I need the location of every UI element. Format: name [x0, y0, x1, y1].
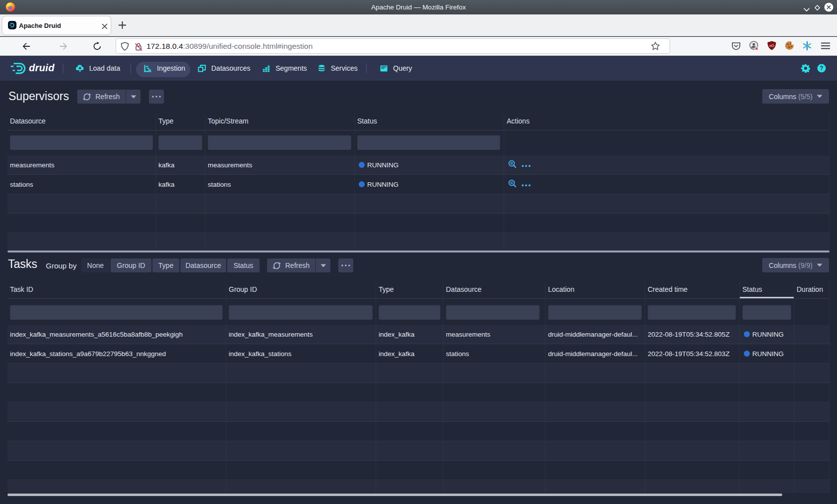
svg-text:uO: uO [769, 44, 774, 47]
svg-text:?: ? [820, 65, 823, 72]
